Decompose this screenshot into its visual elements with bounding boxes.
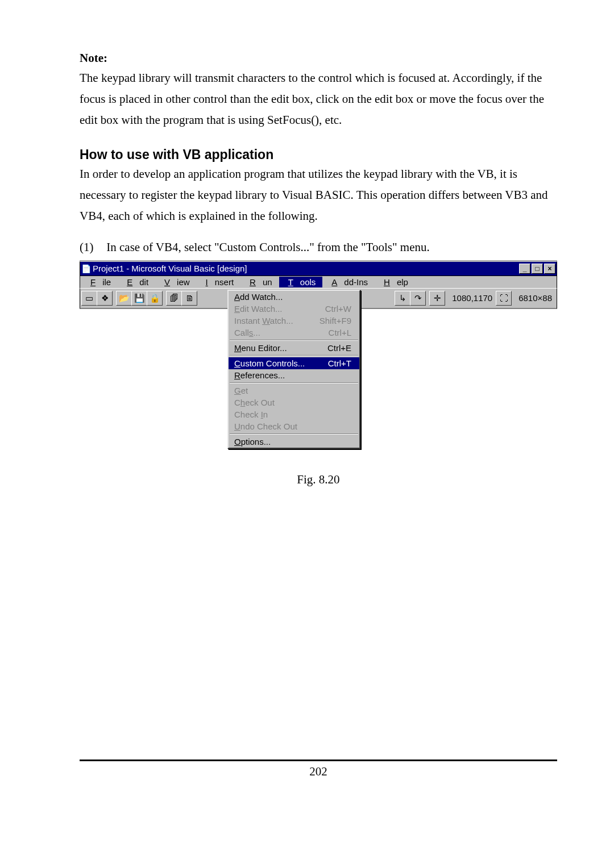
minimize-button[interactable]: _ xyxy=(519,264,530,274)
form-button[interactable]: ▭ xyxy=(81,291,97,306)
tools-menu-dropdown: Add Watch... Edit Watch...Ctrl+W Instant… xyxy=(227,290,360,449)
copy-button[interactable]: 🗐 xyxy=(166,291,182,306)
paste-button[interactable]: 🗎 xyxy=(181,291,197,306)
menu-tools[interactable]: Tools xyxy=(279,277,323,287)
page-number: 202 xyxy=(80,765,557,790)
close-button[interactable]: × xyxy=(544,264,555,274)
note-body: The keypad library will transmit charact… xyxy=(80,68,557,130)
coord-size: 6810×88 xyxy=(515,293,555,303)
menu-custom-controls[interactable]: Custom Controls...Ctrl+T xyxy=(229,357,359,369)
save-button[interactable]: 💾 xyxy=(131,291,147,306)
menu-separator xyxy=(230,340,358,341)
menu-check-in: Check In xyxy=(229,408,359,420)
menu-calls: Calls...Ctrl+L xyxy=(229,327,359,339)
lock-button[interactable]: 🔒 xyxy=(147,291,163,306)
menu-separator xyxy=(230,433,358,435)
menu-undo-check-out: Undo Check Out xyxy=(229,420,359,432)
menu-help[interactable]: Help xyxy=(375,277,415,287)
menu-edit-watch: Edit Watch...Ctrl+W xyxy=(229,303,359,315)
menu-check-out: Check Out xyxy=(229,397,359,408)
list-item: (1) In case of VB4, select "Custom Contr… xyxy=(80,240,557,254)
step-over-button[interactable]: ↷ xyxy=(410,291,426,306)
app-icon: 📄 xyxy=(81,264,90,273)
menu-separator xyxy=(230,382,358,383)
menu-file[interactable]: File xyxy=(81,277,118,287)
menu-instant-watch: Instant Watch...Shift+F9 xyxy=(229,315,359,327)
menu-view[interactable]: View xyxy=(155,277,197,287)
menu-insert[interactable]: Insert xyxy=(197,277,241,287)
vb-window: 📄 Project1 - Microsoft Visual Basic [des… xyxy=(80,260,557,309)
list-index: (1) xyxy=(80,240,103,254)
menu-options[interactable]: Options... xyxy=(229,436,359,448)
title-bar[interactable]: 📄 Project1 - Microsoft Visual Basic [des… xyxy=(80,261,557,276)
coord-position: 1080,1170 xyxy=(449,293,496,303)
menu-references[interactable]: References... xyxy=(229,369,359,381)
menu-edit[interactable]: Edit xyxy=(118,277,155,287)
step-into-button[interactable]: ↳ xyxy=(395,291,410,306)
module-button[interactable]: ❖ xyxy=(97,291,113,306)
maximize-button[interactable]: □ xyxy=(532,264,543,274)
menu-addins[interactable]: Add-Ins xyxy=(322,277,375,287)
position-icon: ✛ xyxy=(429,291,445,306)
figure-caption: Fig. 8.20 xyxy=(80,473,557,487)
window-title: Project1 - Microsoft Visual Basic [desig… xyxy=(93,264,518,273)
menu-separator xyxy=(230,355,358,356)
menu-add-watch[interactable]: Add Watch... xyxy=(229,291,359,303)
menu-menu-editor[interactable]: Menu Editor...Ctrl+E xyxy=(229,342,359,354)
open-button[interactable]: 📂 xyxy=(116,291,132,306)
note-heading: Note: xyxy=(80,51,557,65)
section-title: How to use with VB application xyxy=(80,147,557,162)
menu-bar: File Edit View Insert Run Tools Add-Ins … xyxy=(80,276,557,288)
menu-get: Get xyxy=(229,385,359,397)
list-text: In case of VB4, select "Custom Controls.… xyxy=(106,240,429,254)
section-body: In order to develop an application progr… xyxy=(80,164,557,226)
footer-rule xyxy=(80,760,557,761)
size-icon: ⛶ xyxy=(496,291,512,306)
menu-run[interactable]: Run xyxy=(240,277,279,287)
